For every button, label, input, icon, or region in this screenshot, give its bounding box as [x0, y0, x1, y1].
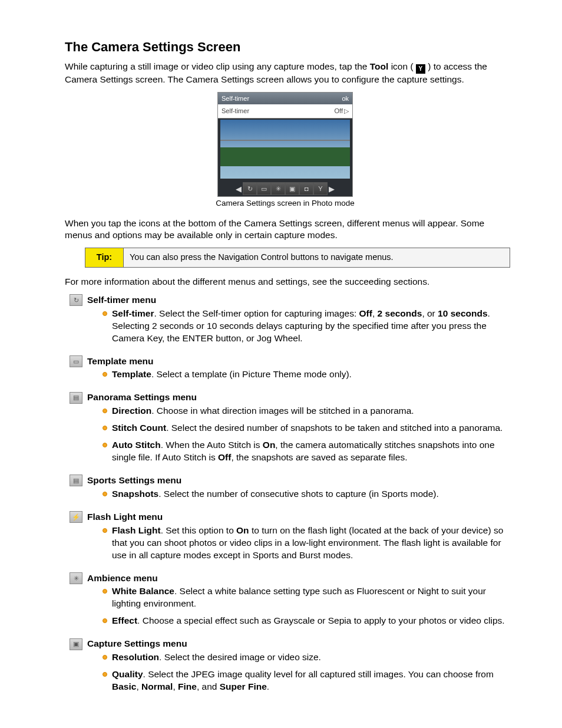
text: 2 seconds	[378, 308, 422, 318]
list-item: Effect. Choose a special effect such as …	[112, 615, 505, 632]
page-heading: The Camera Settings Screen	[65, 38, 505, 56]
list-item: Self-timer. Select the Self-timer option…	[112, 308, 505, 350]
menu-title: Template menu	[87, 355, 154, 368]
intro-paragraph: While capturing a still image or video c…	[65, 61, 505, 86]
tip-callout: Tip: You can also press the Navigation C…	[85, 248, 510, 268]
panorama-icon: ▤	[70, 392, 82, 404]
ambience-icon: ✳	[271, 182, 285, 195]
chevron-right-icon: ▷	[344, 107, 349, 116]
text: Effect	[112, 615, 137, 625]
screenshot-title: Self-timer	[222, 94, 249, 103]
sports-icon: ▤	[70, 475, 82, 486]
capture-icon: ▣	[285, 182, 299, 195]
bridge-line	[220, 140, 350, 141]
text: Normal	[141, 681, 173, 691]
tip-label: Tip:	[85, 248, 124, 267]
template-icon: ▭	[70, 355, 82, 367]
camera-settings-screenshot: Self-timer ok Self-timer Off ▷ ◀ ↻ ▭ ✳ ▣…	[217, 92, 353, 197]
text: . Select the desired image or video size…	[159, 652, 321, 662]
text: Off	[218, 452, 231, 462]
text: , or	[422, 308, 438, 318]
text: Direction	[112, 406, 151, 416]
menu-title: Flash Light menu	[87, 511, 163, 523]
text: Snapshots	[112, 489, 158, 499]
text: . Set this option to	[161, 525, 236, 535]
text: . Select a template (in Picture Theme mo…	[151, 369, 352, 379]
screenshot-ok: ok	[342, 94, 349, 103]
text: Basic	[112, 681, 136, 691]
capture-menu-section: ▣ Capture Settings menu Resolution. Sele…	[70, 638, 505, 698]
text: , the snapshots are saved as separate fi…	[231, 452, 407, 462]
list-item: Snapshots. Select the number of consecut…	[112, 488, 505, 505]
text: ,	[136, 681, 141, 691]
text: On	[263, 440, 276, 450]
menu-title: Panorama Settings menu	[87, 391, 197, 404]
selftimer-icon: ↻	[70, 294, 82, 306]
text: Self-timer	[112, 308, 154, 318]
selftimer-menu-section: ↻ Self-timer menu Self-timer. Select the…	[70, 294, 505, 350]
capture-icon: ▣	[70, 638, 82, 650]
text: Stitch Count	[112, 423, 166, 433]
text: .	[267, 681, 269, 691]
row-value: Off	[335, 107, 343, 116]
flash-menu-section: ⚡ Flash Light menu Flash Light. Set this…	[70, 511, 505, 566]
text: While capturing a still image or video c…	[65, 61, 370, 71]
text: . Choose in what direction images will b…	[151, 406, 414, 416]
text: Template	[112, 369, 151, 379]
text: On	[236, 525, 249, 535]
screenshot-toolbar: ◀ ↻ ▭ ✳ ▣ ◘ Y ▶	[218, 181, 352, 196]
screenshot-titlebar: Self-timer ok	[218, 93, 352, 105]
text: Resolution	[112, 652, 159, 662]
text: Quality	[112, 669, 143, 679]
text: . When the Auto Stitch is	[161, 440, 263, 450]
text: White Balance	[112, 586, 174, 596]
menu-title: Ambience menu	[87, 572, 158, 585]
ambience-icon: ✳	[70, 572, 82, 584]
camera-icon: ◘	[299, 182, 313, 195]
arrow-left-icon: ◀	[234, 183, 243, 195]
arrow-right-icon: ▶	[328, 183, 336, 195]
tip-body: You can also press the Navigation Contro…	[124, 248, 510, 267]
text: . Select the number of consecutive shots…	[158, 489, 439, 499]
row-value-wrap: Off ▷	[335, 107, 349, 116]
screenshot-preview	[218, 118, 352, 181]
text: 10 seconds	[438, 308, 487, 318]
menu-title: Capture Settings menu	[87, 638, 187, 650]
text: icon (	[388, 61, 416, 71]
template-icon: ▭	[257, 182, 271, 195]
screenshot-caption: Camera Settings screen in Photo mode	[65, 198, 505, 209]
panorama-menu-section: ▤ Panorama Settings menu Direction. Choo…	[70, 391, 505, 469]
screenshot-row: Self-timer Off ▷	[218, 104, 352, 118]
text: . Choose a special effect such as Graysc…	[137, 615, 505, 625]
menu-title: Sports Settings menu	[87, 475, 181, 487]
tool-word: Tool	[370, 61, 389, 71]
text: . Select the desired number of snapshots…	[166, 423, 503, 433]
selftimer-icon: ↻	[243, 182, 257, 195]
text: ,	[173, 681, 178, 691]
list-item: Flash Light. Set this option to On to tu…	[112, 525, 505, 566]
text: . Select the Self-timer option for captu…	[154, 308, 359, 318]
list-item: Stitch Count. Select the desired number …	[112, 422, 505, 439]
ambience-menu-section: ✳ Ambience menu White Balance. Select a …	[70, 572, 505, 633]
text: Fine	[178, 681, 197, 691]
list-item: Direction. Choose in what direction imag…	[112, 405, 505, 422]
row-label: Self-timer	[222, 107, 249, 116]
paragraph: When you tap the icons at the bottom of …	[65, 218, 505, 242]
sports-menu-section: ▤ Sports Settings menu Snapshots. Select…	[70, 475, 505, 505]
text: Flash Light	[112, 525, 161, 535]
tools-icon: Y	[313, 182, 328, 195]
list-item: Template. Select a template (in Picture …	[112, 368, 505, 386]
menu-title: Self-timer menu	[87, 294, 156, 307]
flash-icon: ⚡	[70, 511, 82, 523]
template-menu-section: ▭ Template menu Template. Select a templ…	[70, 355, 505, 386]
text: Super Fine	[220, 681, 267, 691]
list-item: Resolution. Select the desired image or …	[112, 651, 505, 668]
paragraph: For more information about the different…	[65, 276, 505, 288]
text: , and	[197, 681, 220, 691]
text: Off	[359, 308, 372, 318]
list-item: White Balance. Select a white balance se…	[112, 585, 505, 615]
list-item: Quality. Select the JPEG image quality l…	[112, 668, 505, 698]
text: Auto Stitch	[112, 440, 161, 450]
text: . Select the JPEG image quality level fo…	[143, 669, 494, 679]
tool-icon: Y	[416, 64, 425, 74]
